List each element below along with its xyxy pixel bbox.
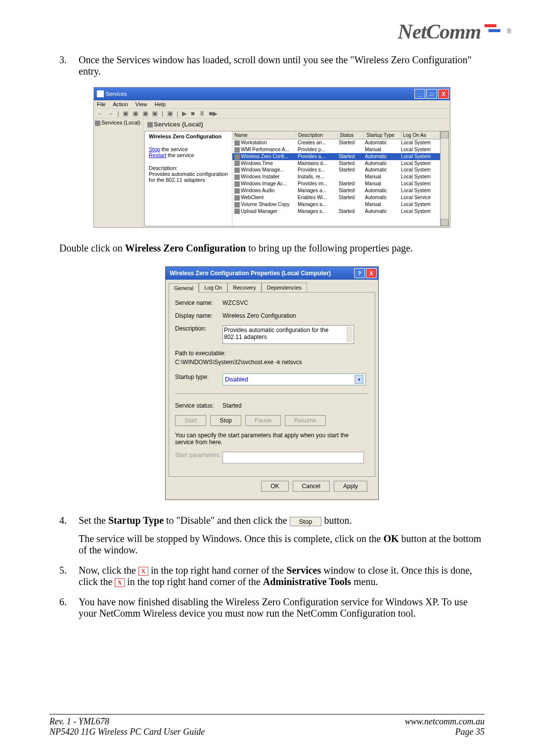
mid-text-bold: Wireless Zero Configuration xyxy=(125,243,246,253)
minimize-button[interactable]: _ xyxy=(414,89,425,99)
desc-textarea[interactable]: Provides automatic configuration for the… xyxy=(222,325,354,344)
menu-file[interactable]: File xyxy=(97,101,106,107)
service-detail-panel: Wireless Zero Configuration Stop the ser… xyxy=(145,131,232,226)
table-row[interactable]: Windows Manage...Provides s...StartedAut… xyxy=(232,167,440,173)
table-row[interactable]: Volume Shadow CopyManages a...ManualLoca… xyxy=(232,201,440,208)
list-text: You have now finished disabling the Wire… xyxy=(79,596,484,619)
table-row[interactable]: Windows AudioManages a...StartedAutomati… xyxy=(232,187,440,194)
tool-icon[interactable]: ▣ xyxy=(123,110,129,117)
menu-view[interactable]: View xyxy=(135,101,147,107)
cancel-button[interactable]: Cancel xyxy=(293,481,330,492)
resume-button[interactable]: Resume xyxy=(285,415,326,426)
close-x-icon: X xyxy=(138,567,148,576)
ok-button[interactable]: OK xyxy=(261,481,288,492)
close-x-icon: X xyxy=(115,578,125,587)
registered-icon: ® xyxy=(506,28,512,36)
tab-logon[interactable]: Log On xyxy=(199,283,227,292)
list-number: 4. xyxy=(59,515,76,526)
stop-button[interactable]: Stop xyxy=(210,415,241,426)
desc-heading: Description: xyxy=(149,165,228,171)
list-number: 6. xyxy=(59,596,76,608)
table-row[interactable]: WorkstationCreates an...StartedAutomatic… xyxy=(232,139,440,146)
menu-help[interactable]: Help xyxy=(155,101,166,107)
mid-text: Double click on xyxy=(59,243,125,253)
restart-icon[interactable]: ■▶ xyxy=(209,110,218,117)
footer-url: www.netcomm.com.au xyxy=(405,716,485,727)
startup-dropdown[interactable]: Disabled▾ xyxy=(222,374,366,385)
logo-text: NetComm xyxy=(398,20,481,43)
start-button[interactable]: Start xyxy=(175,415,206,426)
footer-page: Page 35 xyxy=(405,727,485,737)
params-input[interactable] xyxy=(222,452,364,463)
tool-icon[interactable]: ▣ xyxy=(152,110,158,117)
footer-title: NP5420 11G Wireless PC Card User Guide xyxy=(49,727,205,737)
gear-icon xyxy=(147,122,153,127)
startup-label: Startup type: xyxy=(175,374,222,380)
close-button[interactable]: X xyxy=(366,268,377,278)
scrollbar[interactable] xyxy=(440,131,448,226)
play-icon[interactable]: ▶ xyxy=(182,110,187,117)
footer-rev: Rev. 1 - YML678 xyxy=(49,716,205,727)
tool-icon[interactable]: ▣ xyxy=(133,110,138,117)
table-row[interactable]: Upload ManagerManages s...StartedAutomat… xyxy=(232,208,440,215)
pause-button[interactable]: Pause xyxy=(245,415,281,426)
col-desc[interactable]: Description xyxy=(296,131,338,139)
stop-icon[interactable]: ■ xyxy=(191,110,195,117)
list-number: 5. xyxy=(59,565,76,576)
table-row[interactable]: Windows TimeMaintains d...StartedAutomat… xyxy=(232,160,440,167)
apply-button[interactable]: Apply xyxy=(334,481,367,492)
logo: NetComm ® xyxy=(398,20,512,43)
tool-icon[interactable]: ▣ xyxy=(167,110,173,117)
page-footer: Rev. 1 - YML678 NP5420 11G Wireless PC C… xyxy=(49,714,485,737)
services-window: Services _ □ X File Action View Help ← →… xyxy=(93,87,450,228)
table-row[interactable]: Windows InstallerInstalls, re...ManualLo… xyxy=(232,173,440,180)
inline-stop-button: Stop xyxy=(290,517,322,526)
services-icon xyxy=(97,90,104,97)
table-row[interactable]: Windows Image Ac...Provides im...Started… xyxy=(232,180,440,187)
col-startup[interactable]: Startup Type xyxy=(364,131,401,139)
services-titlebar: Services _ □ X xyxy=(94,87,450,100)
fwd-icon[interactable]: → xyxy=(107,110,114,117)
close-button[interactable]: X xyxy=(438,89,449,99)
tool-icon[interactable]: ▣ xyxy=(142,110,148,117)
svc-name-label: Service name: xyxy=(175,299,222,306)
help-button[interactable]: ? xyxy=(354,268,365,278)
path-value: C:\WINDOWS\System32\svchost.exe -k netsv… xyxy=(175,359,369,366)
col-name[interactable]: Name xyxy=(232,131,296,139)
col-logon[interactable]: Log On As xyxy=(401,131,440,139)
table-row[interactable]: WMI Performance A...Provides p...ManualL… xyxy=(232,146,440,153)
maximize-button[interactable]: □ xyxy=(426,89,437,99)
props-title: Wireless Zero Configuration Properties (… xyxy=(170,270,331,277)
toolbar: ← → | ▣ ▣ ▣ ▣ | ▣ | ▶ ■ ⏸ ■▶ xyxy=(94,108,450,119)
chevron-down-icon[interactable]: ▾ xyxy=(355,375,363,384)
table-row[interactable]: Wireless Zero Confi...Provides a...Start… xyxy=(232,153,440,160)
desc-label: Description: xyxy=(175,325,222,332)
services-header: Services (Local) xyxy=(154,121,203,128)
services-table: Name Description Status Startup Type Log… xyxy=(232,131,440,226)
stop-link[interactable]: Stop xyxy=(149,146,160,152)
tab-recovery[interactable]: Recovery xyxy=(227,283,261,292)
params-label: Start parameters: xyxy=(175,452,222,459)
back-icon[interactable]: ← xyxy=(97,110,103,117)
properties-dialog: Wireless Zero Configuration Properties (… xyxy=(165,266,379,500)
services-tree[interactable]: Services (Local) xyxy=(94,119,143,227)
svc-name-value: WZCSVC xyxy=(222,299,369,306)
menu-action[interactable]: Action xyxy=(113,101,128,107)
desc-text: Provides automatic configuration for the… xyxy=(149,171,228,183)
display-name-value: Wireless Zero Configuration xyxy=(222,312,369,319)
path-label: Path to executable: xyxy=(175,350,369,357)
list-text: Once the Services window has loaded, scr… xyxy=(79,54,484,77)
logo-bars-icon xyxy=(485,24,504,39)
menubar: File Action View Help xyxy=(94,100,450,108)
restart-link[interactable]: Restart xyxy=(149,152,166,158)
selected-service-name: Wireless Zero Configuration xyxy=(149,133,228,139)
pause-icon[interactable]: ⏸ xyxy=(199,110,205,117)
col-status[interactable]: Status xyxy=(338,131,364,139)
display-name-label: Display name: xyxy=(175,312,222,319)
status-label: Service status: xyxy=(175,402,222,409)
list-number: 3. xyxy=(59,54,76,66)
params-note: You can specify the start parameters tha… xyxy=(175,432,369,446)
tab-general[interactable]: General xyxy=(169,283,199,293)
table-row[interactable]: WebClientEnables Wi...StartedAutomaticLo… xyxy=(232,194,440,201)
tab-dependencies[interactable]: Dependencies xyxy=(262,283,307,292)
